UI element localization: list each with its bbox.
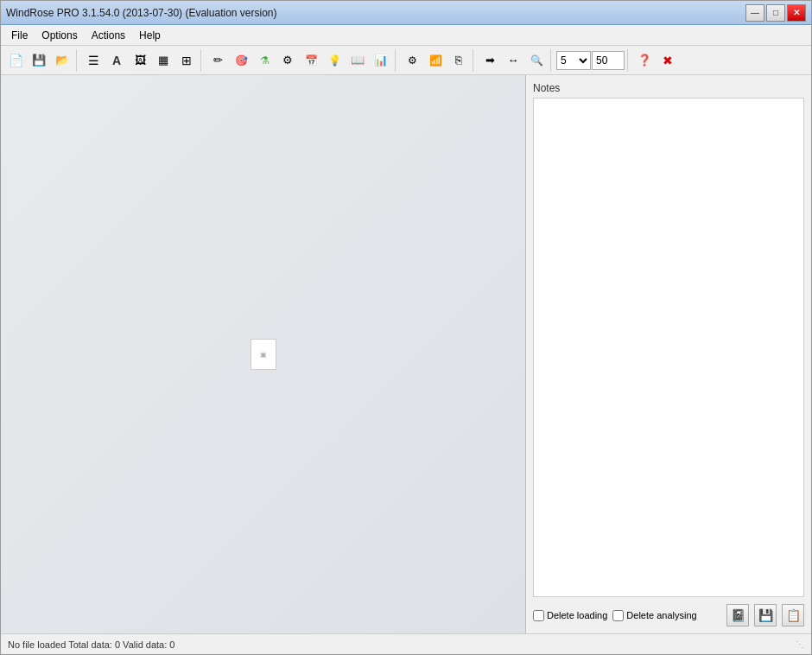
delete-loading-label: Delete loading [547,610,607,620]
separator-2 [200,49,204,72]
arrow-button[interactable] [479,49,501,72]
notebook-button[interactable]: 📓 [726,604,749,626]
canvas-panel[interactable]: ▣ [1,75,526,633]
menu-file[interactable]: File [4,27,35,44]
font-icon [112,54,121,67]
target-icon [235,54,248,67]
delete-analysing-label: Delete analysing [626,610,696,620]
main-window: WindRose PRO 3.1.54.0 (2013-07-30) (Eval… [0,0,812,655]
help-icon [638,54,651,67]
separator-5 [550,49,554,72]
menu-options[interactable]: Options [35,27,84,44]
close-button[interactable]: ✕ [787,4,806,22]
flask-icon [260,54,270,67]
notes-textarea[interactable] [533,98,804,597]
delete-analysing-item: Delete analysing [612,610,696,621]
lamp-button[interactable] [323,49,346,72]
table-button[interactable] [175,49,198,72]
title-bar-buttons: — □ ✕ [745,4,806,22]
pattern-icon [158,54,168,67]
delete-analysing-checkbox[interactable] [612,610,624,621]
center-placeholder-icon: ▣ [251,339,276,370]
status-bar: No file loaded Total data: 0 Valid data:… [1,633,811,654]
pencil-button[interactable] [206,49,229,72]
stop-icon [663,54,673,67]
bottom-controls: Delete loading Delete analysing 📓 💾 📋 [533,604,804,626]
lamp-icon [328,54,341,67]
help-button[interactable] [633,49,656,72]
table-icon [181,54,192,67]
window-title: WindRose PRO 3.1.54.0 (2013-07-30) (Eval… [6,7,277,19]
menu-actions[interactable]: Actions [85,27,132,44]
save-icon [32,54,46,67]
separator-1 [76,49,79,72]
stop-button[interactable] [657,49,679,72]
maximize-button[interactable]: □ [766,4,785,22]
save-notes-button[interactable]: 💾 [754,604,777,626]
flask-button[interactable] [253,49,276,72]
open-icon [55,54,69,67]
image-icon [135,54,146,67]
copy-button[interactable] [447,49,470,72]
delete-loading-item: Delete loading [533,610,607,621]
chart-icon [374,54,388,67]
copy-icon [455,54,462,67]
delete-loading-checkbox[interactable] [533,610,544,621]
process-icon [408,54,417,67]
separator-6 [627,49,631,72]
new-button[interactable] [4,49,27,72]
title-bar: WindRose PRO 3.1.54.0 (2013-07-30) (Eval… [1,1,811,25]
notes-panel: Notes Delete loading Delete analysing 📓 … [526,75,811,633]
process-button[interactable] [401,49,423,72]
menu-help[interactable]: Help [132,27,168,44]
arrows-lr-icon [508,54,519,67]
toolbar: 5 10 15 20 [1,46,811,75]
book-icon [351,54,365,67]
open-button[interactable] [51,49,73,72]
arrows-lr-button[interactable] [502,49,524,72]
separator-4 [473,49,476,72]
zoom-select[interactable]: 5 10 15 20 [556,51,591,70]
book-button[interactable] [346,49,369,72]
image-button[interactable] [129,49,151,72]
new-icon [9,54,23,67]
separator-3 [395,49,398,72]
settings-button[interactable] [276,49,299,72]
resize-grip: ⋱ [796,639,804,649]
search-button[interactable] [525,49,548,72]
calendar-button[interactable] [300,49,322,72]
settings-icon [282,54,293,67]
status-text: No file loaded Total data: 0 Valid data:… [8,639,174,650]
main-content: ▣ Notes Delete loading Delete analysing … [1,75,811,633]
zoom-input[interactable] [592,51,625,70]
menu-bar: File Options Actions Help [1,25,811,46]
clipboard-button[interactable]: 📋 [782,604,804,626]
target-button[interactable] [230,49,252,72]
search-icon [530,54,543,67]
calendar-icon [305,54,318,67]
arrow-icon [485,54,495,67]
font-button[interactable] [105,49,128,72]
pattern-button[interactable] [152,49,174,72]
list-icon [88,54,99,67]
minimize-button[interactable]: — [745,4,764,22]
chart-button[interactable] [370,49,392,72]
bar-button[interactable] [424,49,447,72]
list-button[interactable] [82,49,105,72]
bar-icon [429,54,442,67]
pencil-icon [213,54,223,67]
notes-label: Notes [533,82,804,94]
save-button[interactable] [28,49,50,72]
